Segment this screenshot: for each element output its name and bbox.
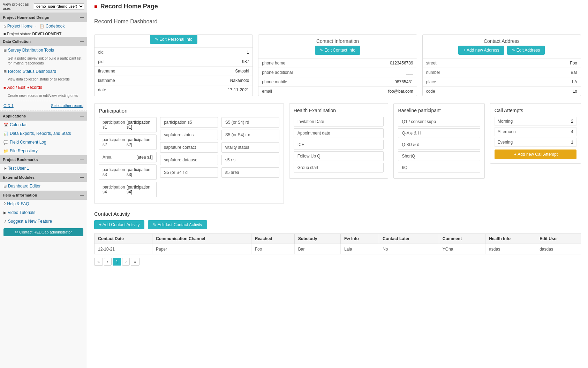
sidebar-item-survey-dist[interactable]: ⊞ Survey Distribution Tools (0, 46, 87, 55)
contact-address-table: streetFoonumberBarplaceLAcodeLo (423, 58, 581, 96)
dashboard-editor-icon: ⊞ (3, 184, 7, 189)
table-row: lastnameNakamoto (95, 76, 252, 85)
table-column-header: Comment (439, 234, 485, 244)
test-user-label: Test User 1 (8, 166, 29, 171)
add-edit-icon: ■ (3, 85, 6, 90)
select-other-link[interactable]: Select other record (51, 104, 83, 108)
top-divider (94, 29, 581, 29)
project-status-value: DEVELOPMENT (32, 32, 61, 36)
field-value: Satoshi (166, 67, 252, 76)
collapse-icon[interactable]: — (80, 15, 84, 20)
sidebar-item-field-comment[interactable]: 💬 Field Comment Log (0, 138, 87, 147)
section-project-home: Project Home and Design — (0, 13, 87, 22)
participation-col2: participation s5sapfuture statussapfutur… (160, 117, 218, 199)
sidebar-item-video-tutorials[interactable]: ▶ Video Tutorials (0, 208, 87, 217)
collapse-icon-apps[interactable]: — (80, 114, 84, 118)
table-cell: Paper (152, 244, 251, 254)
list-item: sapfuture contact (160, 142, 218, 153)
add-call-attempt-btn[interactable]: ✦ Add new Call Attempt (495, 150, 576, 159)
page-last-btn[interactable]: » (131, 258, 140, 266)
sidebar-item-help-faq[interactable]: ? Help & FAQ (0, 200, 87, 208)
call-label: Evening (498, 140, 513, 145)
contact-info-table: phone home0123456789phone additional___p… (258, 58, 416, 96)
field-label: date (95, 85, 166, 95)
contact-info-title: Contact Information (258, 35, 416, 46)
table-column-header: Substudy (294, 234, 340, 244)
field-label: number (423, 68, 494, 77)
part-label: sapfuture contact (164, 145, 196, 150)
edit-contact-info-btn[interactable]: ✎ Edit Contact Info (315, 46, 360, 55)
part-label: sapfuture status (164, 132, 194, 137)
dashboard-title: Record Home Dashboard (94, 18, 581, 25)
view-as-bar: View project as user: demo_user (demo us… (0, 0, 87, 13)
list-item: participation s2[participation s2] (99, 135, 157, 150)
part-label: S5 (or S4) r c (225, 132, 250, 137)
contact-address-btn-row: + Add new Address ✎ Edit Address (423, 46, 581, 58)
collapse-icon-dc[interactable]: — (80, 39, 84, 44)
table-row: streetFoo (423, 59, 581, 68)
participation-col3: S5 (or S4) rdS5 (or S4) r cvitality stat… (221, 117, 279, 199)
sidebar-item-test-user[interactable]: ➤ Test User 1 (0, 164, 87, 173)
record-status-icon: ⊞ (3, 69, 7, 74)
sidebar-item-data-exports[interactable]: 📊 Data Exports, Reports, and Stats (0, 129, 87, 138)
baseline-title: Baseline participant (398, 108, 480, 113)
home-icon: ⌂ (3, 24, 6, 29)
page-current-btn[interactable]: 1 (113, 258, 121, 266)
sidebar-item-record-status[interactable]: ⊞ Record Status Dashboard (0, 67, 87, 76)
video-icon: ▶ (3, 210, 6, 215)
field-value: 17-11-2021 (166, 85, 252, 95)
call-label: Morning (498, 119, 513, 124)
part-value: [participation s1] (127, 120, 153, 130)
contact-redcap-btn[interactable]: ✉ Contact REDCap administrator (3, 228, 83, 236)
table-row: date17-11-2021 (95, 85, 252, 95)
contact-activity-table: Contact DateCommunication ChannelReached… (94, 233, 581, 254)
edit-last-contact-activity-btn[interactable]: ✎ Edit last Contact Activity (148, 220, 207, 229)
codebook-icon: 📋 (39, 24, 44, 29)
page-title: Record Home Page (100, 3, 158, 10)
test-user-icon: ➤ (3, 166, 7, 171)
list-item: participation s4[participation s4] (99, 182, 157, 197)
view-as-label: View project as user: (3, 2, 32, 10)
page-next-btn[interactable]: › (122, 258, 130, 266)
collapse-icon-bm[interactable]: — (80, 157, 84, 162)
collapse-icon-em[interactable]: — (80, 175, 84, 180)
table-row: pid987 (95, 57, 252, 67)
sidebar-item-project-home[interactable]: ⌂ Project Home · 📋 Codebook (0, 22, 87, 31)
page-header-icon: ■ (94, 3, 98, 10)
list-item: vitality status (221, 142, 279, 153)
contact-address-card: Contact Address + Add new Address ✎ Edit… (422, 34, 581, 96)
field-label: phone additional (258, 68, 330, 77)
list-item: participation s3[participation s3] (99, 164, 157, 180)
list-item: s5 r s (221, 155, 279, 165)
sidebar-item-calendar[interactable]: 📅 Calendar (0, 121, 87, 129)
participation-title: Participation (99, 108, 279, 114)
table-column-header: Communication Channel (152, 234, 251, 244)
edit-address-btn[interactable]: ✎ Edit Address (507, 46, 545, 55)
sidebar-item-dashboard-editor[interactable]: ⊞ Dashboard Editor (0, 182, 87, 191)
call-label: Afternoon (498, 129, 516, 134)
personal-info-card: ✎ Edit Personal Info oid1pid987firstname… (94, 34, 253, 96)
sidebar-item-suggest-feature[interactable]: ↗ Suggest a New Feature (0, 217, 87, 226)
add-contact-activity-btn[interactable]: + Add Contact Activity (94, 220, 144, 229)
table-column-header: Edit User (536, 234, 581, 244)
table-cell: Lala (340, 244, 379, 254)
page-first-btn[interactable]: « (94, 258, 103, 266)
contact-activity-section: Contact Activity + Add Contact Activity … (94, 211, 581, 266)
field-label: lastname (95, 76, 166, 85)
add-address-btn[interactable]: + Add new Address (458, 46, 504, 55)
collapse-icon-help[interactable]: — (80, 193, 84, 198)
field-value: Foo (494, 59, 581, 68)
list-item: sapfuture datause (160, 155, 218, 165)
health-exam-card: Health Examination Invitation DateAppoin… (289, 103, 389, 179)
page-prev-btn[interactable]: ‹ (104, 258, 112, 266)
field-value: 98765431 (330, 77, 416, 87)
edit-personal-info-btn[interactable]: ✎ Edit Personal Info (150, 35, 197, 44)
sidebar-item-file-repo[interactable]: 📁 File Repository (0, 147, 87, 155)
list-item: Area[area s1] (99, 152, 157, 162)
oid-link[interactable]: OID 1 (3, 104, 14, 108)
sidebar-item-add-edit[interactable]: ■ Add / Edit Records (0, 83, 87, 92)
part-label: Area (103, 155, 111, 160)
part-label: sapfuture datause (164, 158, 197, 162)
user-select[interactable]: demo_user (demo user) (34, 3, 84, 9)
table-row: phone home0123456789 (258, 59, 416, 68)
